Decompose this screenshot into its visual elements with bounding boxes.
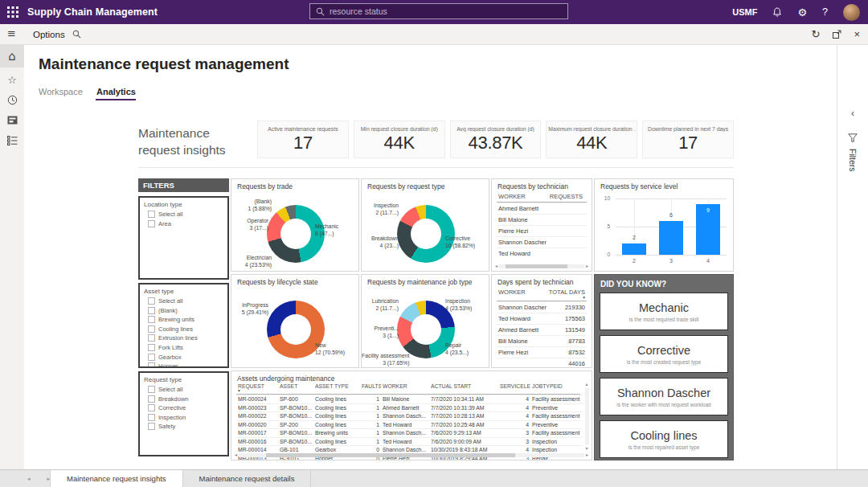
column-header[interactable]: TOTAL DAYS▾ xyxy=(547,288,587,301)
table-row[interactable]: Bill Malone87783 xyxy=(497,335,587,346)
filter-option[interactable]: Inspection xyxy=(148,414,227,421)
app-launcher-icon[interactable] xyxy=(7,6,18,18)
refresh-icon[interactable]: ↻ xyxy=(812,28,821,40)
tab-scroll-left-arrow[interactable]: ◂ xyxy=(27,476,31,482)
horizontal-scrollbar[interactable]: ◂▸ xyxy=(495,263,588,269)
checkbox-icon[interactable] xyxy=(148,211,155,218)
checkbox-icon[interactable] xyxy=(148,414,155,421)
tab-workspace[interactable]: Workspace xyxy=(39,87,83,96)
table-row[interactable]: MR-000022SP-BOM10...Cooling lines1Shanno… xyxy=(236,411,583,420)
popout-icon[interactable] xyxy=(832,30,841,39)
workspaces-icon[interactable] xyxy=(0,110,24,130)
filter-funnel-icon[interactable] xyxy=(848,133,858,142)
column-header[interactable]: WORKER xyxy=(497,288,547,301)
table-row[interactable]: MR-000023SP-BOM10...Cooling lines1Ahmed … xyxy=(236,403,583,412)
scroll-right-arrow[interactable]: ▸ xyxy=(586,452,588,457)
recent-clock-icon[interactable] xyxy=(0,90,24,110)
scrollbar-thumb[interactable] xyxy=(266,453,515,457)
checkbox-icon[interactable] xyxy=(148,220,155,227)
table-row[interactable]: Ahmed Barnett131549 xyxy=(497,324,587,335)
column-header[interactable]: REQUESTS xyxy=(548,192,587,203)
filter-option[interactable]: Select all xyxy=(148,386,227,393)
column-header[interactable]: ASSET TYPE xyxy=(313,383,360,395)
bar[interactable] xyxy=(622,244,646,255)
tab-analytics[interactable]: Analytics xyxy=(96,87,136,96)
filter-option[interactable]: Cooling lines xyxy=(148,325,227,333)
checkbox-icon[interactable] xyxy=(148,404,155,411)
scrollbar-thumb[interactable] xyxy=(506,264,567,268)
filter-option[interactable]: Gearbox xyxy=(148,354,227,361)
bottom-tab[interactable]: Maintenance request details xyxy=(183,470,312,487)
table-row[interactable]: Shannon Dascher219330 xyxy=(497,301,587,313)
checkbox-icon[interactable] xyxy=(148,334,155,342)
column-header[interactable]: REQUEST▾ xyxy=(236,383,278,395)
filter-option[interactable]: Hopper xyxy=(148,362,227,368)
modules-list-icon[interactable] xyxy=(0,130,24,150)
bar[interactable] xyxy=(659,221,683,255)
filter-option[interactable]: Breakdown xyxy=(148,395,227,403)
bottom-tab[interactable]: Maintenance request insights xyxy=(50,470,183,487)
scrollbar-track[interactable] xyxy=(239,453,584,457)
table-row[interactable]: Ted Howard175563 xyxy=(497,313,587,324)
filter-option[interactable]: Brewing units xyxy=(148,316,227,323)
settings-gear-icon[interactable]: ⚙ xyxy=(797,6,807,18)
table-row[interactable]: MR-000016SP-BOM10...Cooling lines1Ted Ho… xyxy=(236,437,583,446)
checkbox-icon[interactable] xyxy=(148,316,155,323)
table-row[interactable]: MR-000024SP-600Cooling lines1Bill Malone… xyxy=(236,395,583,403)
column-header[interactable]: ASSET xyxy=(278,383,313,395)
filter-option[interactable]: (Blank) xyxy=(148,307,227,314)
notifications-bell-icon[interactable] xyxy=(772,7,782,18)
hamburger-menu-icon[interactable]: ≡ xyxy=(7,27,16,39)
checkbox-icon[interactable] xyxy=(148,354,155,361)
filter-option[interactable]: Select all xyxy=(148,211,227,218)
vertical-scrollbar[interactable]: ▴▾ xyxy=(583,382,590,451)
table-row[interactable]: Ahmed Barnett xyxy=(497,203,587,214)
filter-option[interactable]: Corrective xyxy=(148,404,227,411)
page-search-icon[interactable] xyxy=(72,30,81,39)
column-header[interactable]: SERVICELEVEL xyxy=(498,383,530,395)
chevron-left-icon[interactable]: ‹ xyxy=(851,108,854,119)
table-row[interactable]: 44016 xyxy=(497,358,587,368)
home-icon[interactable]: ⌂ xyxy=(0,45,24,68)
checkbox-icon[interactable] xyxy=(148,307,155,314)
checkbox-icon[interactable] xyxy=(148,362,155,368)
scrollbar-track[interactable] xyxy=(585,388,589,444)
favorites-star-icon[interactable]: ☆ xyxy=(0,70,24,90)
table-row[interactable]: MR-000017SP-BOM10...Brewing units1Shanno… xyxy=(236,428,583,437)
global-search-input[interactable]: resource status xyxy=(309,3,568,19)
company-selector[interactable]: USMF xyxy=(732,7,757,17)
filters-rail-label[interactable]: Filters xyxy=(848,149,858,172)
column-header[interactable]: WORKER xyxy=(497,192,548,203)
checkbox-icon[interactable] xyxy=(148,297,155,305)
table-row[interactable]: Bill Malone xyxy=(497,214,587,225)
checkbox-icon[interactable] xyxy=(148,423,155,430)
horizontal-scrollbar[interactable]: ◂▸ xyxy=(235,452,588,458)
user-avatar[interactable] xyxy=(843,4,860,21)
column-header[interactable]: ACTUAL START xyxy=(429,383,498,395)
table-row[interactable]: MR-000020SP-200Cooling lines1Ted Howard7… xyxy=(236,420,583,429)
filter-option[interactable]: Select all xyxy=(148,297,227,305)
table-row[interactable]: Pierre Hezi87532 xyxy=(497,346,587,358)
checkbox-icon[interactable] xyxy=(148,386,155,393)
column-header[interactable]: FAULTS xyxy=(360,383,381,395)
filter-option[interactable]: Area xyxy=(148,220,227,227)
column-header[interactable]: JOBTYPEID xyxy=(530,383,580,395)
checkbox-icon[interactable] xyxy=(148,344,155,351)
scroll-right-arrow[interactable]: ▸ xyxy=(586,264,588,268)
filter-option[interactable]: Safety xyxy=(148,423,227,430)
close-icon[interactable]: × xyxy=(854,28,860,40)
filter-option[interactable]: Extrusion lines xyxy=(148,334,227,342)
table-row[interactable]: Pierre Hezi xyxy=(497,225,587,236)
checkbox-icon[interactable] xyxy=(148,395,155,403)
scroll-left-arrow[interactable]: ◂ xyxy=(235,452,237,457)
table-row[interactable]: Ted Howard xyxy=(497,248,587,259)
scroll-up-arrow[interactable]: ▴ xyxy=(585,382,588,387)
checkbox-icon[interactable] xyxy=(148,325,155,333)
options-menu[interactable]: Options xyxy=(33,30,65,39)
scroll-left-arrow[interactable]: ◂ xyxy=(495,264,497,268)
help-icon[interactable]: ? xyxy=(822,6,828,18)
scroll-down-arrow[interactable]: ▾ xyxy=(585,446,588,451)
column-header[interactable]: WORKER xyxy=(381,383,429,395)
scrollbar-track[interactable] xyxy=(499,264,584,268)
filter-option[interactable]: Fork Lifts xyxy=(148,344,227,351)
